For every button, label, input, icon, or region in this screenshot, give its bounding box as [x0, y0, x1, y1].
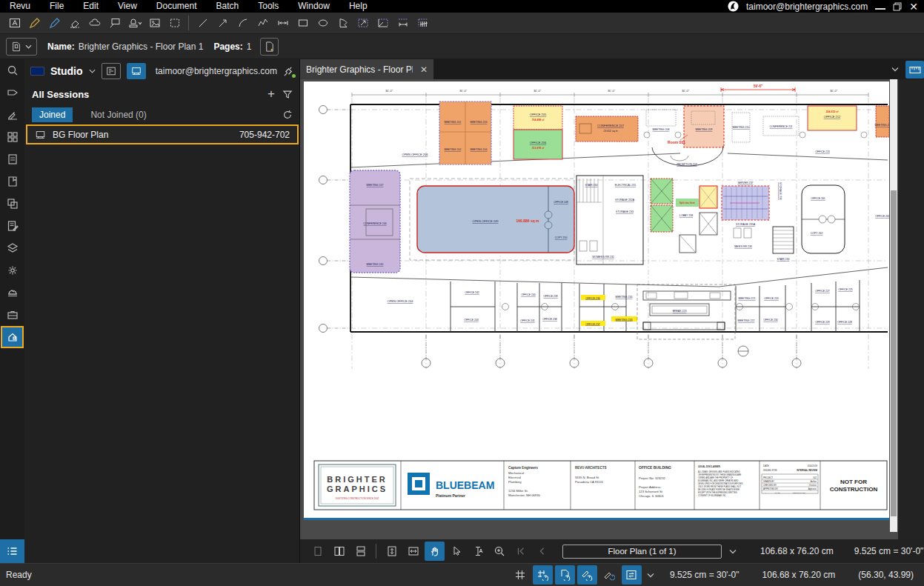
- previous-page-button[interactable]: [532, 542, 552, 561]
- room-001-note[interactable]: Room 001: [668, 140, 685, 144]
- file-access-icon[interactable]: [0, 170, 24, 193]
- snap-to-markup-toggle[interactable]: [577, 565, 597, 585]
- bookmarks-icon[interactable]: [0, 148, 24, 170]
- measure-perimeter-tool[interactable]: [373, 14, 393, 33]
- studio-panel-icon[interactable]: [1, 326, 24, 348]
- image-tool[interactable]: [144, 14, 164, 33]
- properties-tag-icon[interactable]: [0, 81, 24, 104]
- eraser-tool[interactable]: [64, 14, 84, 33]
- studio-chevron-icon[interactable]: [89, 69, 96, 73]
- measurements-panel-button[interactable]: [905, 61, 924, 79]
- stamp-tool[interactable]: [124, 14, 144, 33]
- gear-icon[interactable]: [0, 259, 24, 282]
- office-205-markup[interactable]: [513, 106, 562, 130]
- session-item[interactable]: BG Floor Plan 705-942-702: [26, 124, 299, 144]
- sync-views-toggle[interactable]: [622, 565, 642, 585]
- floor-plan-page[interactable]: 30'-0" 30'-0" 30'-0" 30'-0" 30'-0" 30'-0…: [304, 81, 889, 520]
- tab-list-chevron-icon[interactable]: [891, 67, 899, 72]
- office-206-markup[interactable]: [513, 130, 562, 159]
- vertical-scrollbar[interactable]: [890, 79, 897, 532]
- polygon-tool[interactable]: [333, 14, 353, 33]
- page-list-chevron-icon[interactable]: [729, 549, 737, 554]
- signature-icon[interactable]: [0, 104, 24, 126]
- markup-list-icon[interactable]: [0, 215, 24, 237]
- meeting-209-highlight[interactable]: [684, 106, 724, 147]
- menu-window[interactable]: Window: [288, 0, 339, 13]
- dimension-tool[interactable]: [273, 14, 293, 33]
- continuous-view-button[interactable]: [350, 542, 370, 561]
- snap-to-content-toggle[interactable]: [555, 565, 575, 585]
- select-text-button[interactable]: [468, 542, 488, 561]
- minimize-button[interactable]: [875, 8, 885, 10]
- menu-tools[interactable]: Tools: [248, 0, 288, 13]
- document-tab[interactable]: Brighter Graphics - Floor Plan 1 ✕: [300, 59, 433, 79]
- select-tool-button[interactable]: [446, 542, 466, 561]
- menu-batch[interactable]: Batch: [207, 0, 249, 13]
- floor-plan-drawing: 30'-0" 30'-0" 30'-0" 30'-0" 30'-0" 30'-0…: [304, 81, 889, 520]
- status-text: Ready: [6, 570, 32, 580]
- pan-tool-button[interactable]: [425, 542, 445, 561]
- menu-file[interactable]: File: [40, 0, 73, 13]
- insert-page-button[interactable]: [260, 38, 279, 56]
- tab-joined[interactable]: Joined: [32, 107, 73, 122]
- snapshot-tool[interactable]: [164, 14, 185, 33]
- pen-tool[interactable]: [24, 14, 44, 33]
- studio-projects-button[interactable]: [102, 63, 121, 79]
- conference-207-markup[interactable]: [576, 116, 638, 141]
- text-box-tool[interactable]: [4, 14, 24, 33]
- sets-icon[interactable]: [0, 237, 24, 259]
- refresh-icon[interactable]: [282, 110, 293, 120]
- menu-help[interactable]: Help: [339, 0, 377, 13]
- close-button[interactable]: ✕: [909, 1, 918, 12]
- vertical-scrollbar-thumb[interactable]: [891, 190, 897, 516]
- tab-not-joined[interactable]: Not Joined (0): [83, 107, 153, 122]
- menu-edit[interactable]: Edit: [73, 0, 108, 13]
- arrow-tool[interactable]: [213, 14, 233, 33]
- zoom-tool-button[interactable]: [489, 542, 509, 561]
- cloud-tool[interactable]: [84, 14, 104, 33]
- grid-toggle[interactable]: [511, 565, 531, 585]
- layers-layout-icon[interactable]: [0, 193, 24, 215]
- first-page-button[interactable]: [511, 542, 531, 561]
- region-flag-icon[interactable]: [30, 67, 44, 76]
- restore-button[interactable]: [893, 2, 902, 11]
- callout-tool[interactable]: [104, 14, 124, 33]
- page-select-box[interactable]: Floor Plan (1 of 1): [562, 545, 722, 559]
- filter-icon[interactable]: [282, 90, 293, 99]
- menu-view[interactable]: View: [108, 0, 147, 13]
- polyline-tool[interactable]: [253, 14, 273, 33]
- line-tool[interactable]: [193, 14, 213, 33]
- thumbnails-icon[interactable]: [0, 126, 24, 148]
- measure-length-tool[interactable]: [393, 14, 413, 33]
- fit-page-button[interactable]: [382, 542, 402, 561]
- reuse-markup-toggle[interactable]: [599, 565, 619, 585]
- measure-count-tool[interactable]: [413, 14, 433, 33]
- split-note[interactable]: Split into three: [679, 202, 695, 204]
- rectangle-tool[interactable]: [293, 14, 313, 33]
- arc-tool[interactable]: [233, 14, 253, 33]
- printer-icon[interactable]: [0, 282, 24, 304]
- area-label[interactable]: 160.886 sq m: [516, 219, 539, 223]
- red-dimension-label[interactable]: 59'-6": [754, 84, 762, 88]
- room-label: OFFICE 261: [811, 197, 825, 200]
- document-switcher[interactable]: [6, 38, 37, 56]
- menu-revu[interactable]: Revu: [0, 0, 40, 13]
- fit-width-button[interactable]: [403, 542, 423, 561]
- highlighter-tool[interactable]: [44, 14, 64, 33]
- connection-icon[interactable]: [283, 66, 294, 77]
- tool-chest-icon[interactable]: [0, 304, 24, 326]
- status-chevron-icon[interactable]: [647, 573, 654, 578]
- new-session-button[interactable]: +: [267, 89, 275, 99]
- studio-sessions-button[interactable]: [127, 63, 146, 79]
- single-page-view-button[interactable]: [308, 542, 328, 561]
- tab-close-icon[interactable]: ✕: [420, 64, 428, 75]
- search-icon[interactable]: [0, 59, 24, 81]
- ellipse-tool[interactable]: [313, 14, 333, 33]
- measure-area-tool[interactable]: [353, 14, 373, 33]
- markups-list-toggle[interactable]: [0, 539, 24, 563]
- snap-to-grid-toggle[interactable]: [533, 565, 553, 585]
- menu-document[interactable]: Document: [147, 0, 207, 13]
- side-by-side-view-button[interactable]: [329, 542, 349, 561]
- document-canvas[interactable]: 30'-0" 30'-0" 30'-0" 30'-0" 30'-0" 30'-0…: [300, 79, 924, 539]
- account-email[interactable]: taimoor@brightergraphics.com: [746, 1, 868, 12]
